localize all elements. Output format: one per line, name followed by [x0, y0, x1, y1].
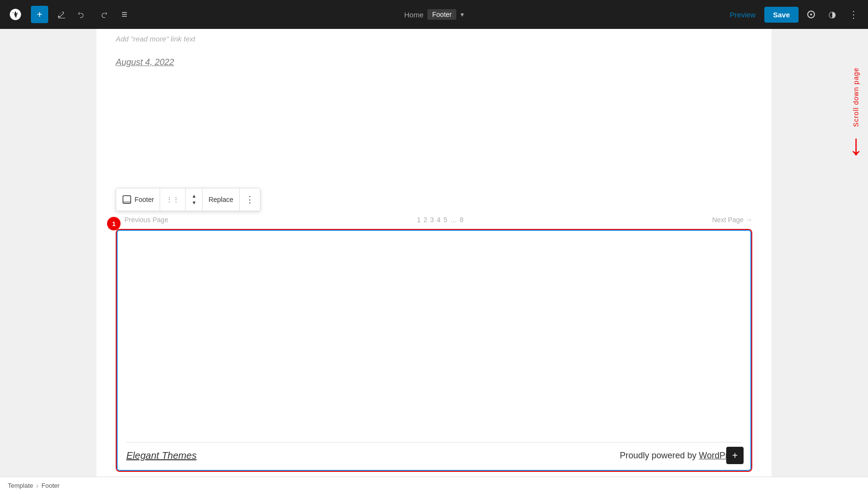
elegant-themes-link[interactable]: Elegant Themes	[126, 450, 197, 461]
replace-label: Replace	[208, 196, 233, 203]
more-options-button[interactable]: ⋮	[845, 6, 862, 23]
block-move-arrows[interactable]: ▲ ▼	[186, 188, 203, 211]
page-num-5[interactable]: 5	[444, 216, 448, 224]
pagination-numbers: 12345 … 8	[417, 216, 463, 224]
undo-button[interactable]	[73, 6, 91, 23]
read-more-placeholder: Add "read more" link text	[116, 29, 752, 43]
redo-button[interactable]	[95, 6, 112, 23]
footer-block-icon	[122, 195, 132, 204]
status-separator: ›	[36, 481, 39, 490]
breadcrumb-chevron-icon[interactable]: ▾	[461, 11, 464, 18]
page-num-2[interactable]: 2	[423, 216, 427, 224]
status-footer-link[interactable]: Footer	[41, 482, 60, 489]
edit-icon-button[interactable]	[52, 6, 69, 23]
block-more-icon: ⋮	[245, 194, 254, 205]
contrast-button[interactable]: ◑	[824, 6, 841, 23]
content-area: Add "read more" link text August 4, 2022…	[0, 29, 868, 477]
pagination-bar: ← Previous Page 12345 … 8 Next Page →	[116, 216, 752, 224]
scroll-arrow-icon: ↓	[849, 131, 863, 160]
status-bar: Template › Footer	[0, 477, 868, 494]
block-toolbar: Footer ⋮⋮ ▲ ▼ Replace ⋮	[116, 188, 260, 211]
svg-rect-1	[123, 201, 131, 203]
block-move-handle[interactable]: ⋮⋮	[160, 188, 186, 211]
page-ellipsis: …	[450, 216, 457, 224]
block-more-options[interactable]: ⋮	[240, 188, 260, 211]
preview-button[interactable]: Preview	[725, 8, 760, 22]
breadcrumb-current-badge[interactable]: Footer	[427, 9, 456, 20]
powered-by-label: Proudly powered by	[620, 451, 699, 460]
scroll-annotation: Scroll down page ↓	[849, 67, 863, 160]
footer-block[interactable]: Elegant Themes Proudly powered by WordPr…	[116, 229, 752, 472]
powered-by-text: Proudly powered by WordPress	[620, 451, 742, 461]
post-date[interactable]: August 4, 2022	[116, 43, 752, 67]
next-page-link[interactable]: Next Page →	[712, 216, 752, 224]
move-down-icon[interactable]: ▼	[191, 200, 196, 206]
status-template-link[interactable]: Template	[8, 482, 33, 489]
list-view-button[interactable]	[116, 6, 133, 23]
block-type-label: Footer	[135, 196, 154, 203]
move-icon: ⋮⋮	[166, 196, 179, 203]
add-block-button[interactable]: +	[31, 6, 48, 23]
save-button[interactable]: Save	[764, 7, 799, 23]
page-num-1[interactable]: 1	[417, 216, 420, 224]
prev-page-link[interactable]: ← Previous Page	[116, 216, 168, 224]
page-num-3[interactable]: 3	[430, 216, 434, 224]
settings-button[interactable]	[802, 6, 820, 23]
page-num-8[interactable]: 8	[460, 216, 463, 224]
wp-logo[interactable]	[6, 5, 25, 24]
footer-inner: Elegant Themes Proudly powered by WordPr…	[126, 442, 742, 461]
replace-button[interactable]: Replace	[203, 188, 239, 211]
breadcrumb-home[interactable]: Home	[404, 11, 423, 19]
toolbar-right: Preview Save ◑ ⋮	[725, 6, 862, 23]
top-toolbar: + Home Footer ▾ Preview Save ◑	[0, 0, 868, 29]
scroll-text: Scroll down page	[852, 67, 860, 127]
breadcrumb-center: Home Footer ▾	[404, 9, 463, 20]
move-up-icon[interactable]: ▲	[191, 193, 196, 200]
editor-canvas: Add "read more" link text August 4, 2022…	[96, 29, 772, 477]
annotation-badge-1: 1	[107, 217, 121, 230]
footer-add-block-button[interactable]: +	[726, 447, 744, 464]
block-type-indicator[interactable]: Footer	[116, 188, 160, 211]
page-num-4[interactable]: 4	[437, 216, 441, 224]
